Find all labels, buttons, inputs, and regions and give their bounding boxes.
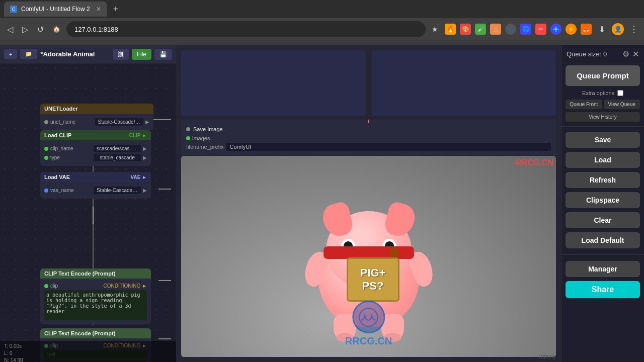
extension-icon-5[interactable]: 🐾 <box>505 24 516 35</box>
reload-button[interactable]: ↺ <box>34 23 47 36</box>
node-load-clip: Load CLIP CLIP ► clip_name scascade/scas… <box>40 130 151 166</box>
image-button[interactable]: 🖼 <box>113 49 129 60</box>
extension-icon-8[interactable]: 💠 <box>550 24 561 35</box>
save-prefix-value: ComfyUI <box>226 143 551 151</box>
node-clip-dot1 <box>44 147 48 151</box>
scarf-button <box>389 248 399 258</box>
queue-size-label: Queue size: 0 <box>567 50 607 58</box>
flow-title: *Adorable Animal <box>40 50 109 58</box>
new-flow-button[interactable]: + <box>4 49 17 59</box>
canvas-node-box-1 <box>181 50 366 116</box>
pig-foot-left <box>336 333 354 342</box>
node-cte2-title: CLIP Text Encode (Prompt) <box>44 330 115 336</box>
bookmark-icon[interactable]: ★ <box>429 23 441 35</box>
divider-1 <box>561 126 644 127</box>
extra-options-row: Extra options <box>561 88 644 98</box>
load-default-button[interactable]: Load Default <box>566 232 640 248</box>
save-image-node: Save Image images filename_prefix ComfyU… <box>181 123 556 155</box>
extension-icon-3[interactable]: 🖌 <box>475 24 486 35</box>
pig-foot-right <box>384 333 401 342</box>
pig-leg-right <box>381 314 404 342</box>
bottom-right-text: Udemy <box>538 353 556 359</box>
extra-options-checkbox[interactable] <box>617 90 623 96</box>
save-workflow-button[interactable]: Save <box>566 132 640 148</box>
node-unet-label: unet_name <box>50 119 93 125</box>
downloads-icon[interactable]: ⬇ <box>596 23 608 35</box>
extension-icon-4[interactable]: △ <box>490 24 501 35</box>
view-queue-button[interactable]: View Queue <box>604 100 640 109</box>
folder-button[interactable]: 📁 <box>20 49 37 59</box>
menu-icon[interactable]: ⋮ <box>628 23 640 35</box>
node-clip-title: Load CLIP <box>44 132 71 138</box>
node-clip-type-label: type <box>50 155 92 160</box>
node-clip-output-label: CLIP ► <box>129 133 147 138</box>
node-unet-value: Stable-Cascade/stage_c_safetensors <box>95 118 144 126</box>
extension-icon-10[interactable]: 🦊 <box>581 24 592 35</box>
profile-icon[interactable]: 👤 <box>612 23 624 35</box>
node-vae-arrow[interactable]: ▶ <box>143 188 147 193</box>
node-vae-name-value: Stable-Cascade/stage_a.safetensors <box>94 187 141 194</box>
node-cte1-clip-label: clip <box>50 283 75 289</box>
save-button[interactable]: 💾 <box>154 49 172 60</box>
clear-button[interactable]: Clear <box>566 212 640 228</box>
load-workflow-button[interactable]: Load <box>566 152 640 168</box>
close-icon[interactable]: ✕ <box>632 49 639 59</box>
clipspace-button[interactable]: Clipspace <box>566 192 640 208</box>
save-images-dot <box>186 136 190 140</box>
nav-bar: ◁ ▷ ↺ 🏠 ★ 🔥 🎨 🖌 △ 🐾 🌐 ✏ 💠 ⚡ 🦊 ⬇ 👤 ⋮ <box>0 18 644 40</box>
forward-button[interactable]: ▷ <box>19 23 31 36</box>
node-clip-text-encode-1: CLIP Text Encode (Prompt) clip CONDITION… <box>40 268 151 324</box>
canvas-node-box-2 <box>372 50 556 116</box>
tab-bar: C ComfyUI - Untitled Flow 2 ✕ + <box>0 0 644 18</box>
sign-line2: PS? <box>362 280 384 293</box>
new-tab-button[interactable]: + <box>109 2 123 17</box>
node-clip-dot2 <box>44 156 48 160</box>
extension-icon-2[interactable]: 🎨 <box>460 24 471 35</box>
node-clip-arrow[interactable]: ▶ <box>143 146 147 151</box>
node-vae-dot <box>44 189 48 193</box>
node-cte1-cond-label: CONDITIONING ► <box>103 283 147 289</box>
node-load-vae: Load VAE VAE ► vae_name Stable-Cascade/s… <box>40 172 151 199</box>
pig-scene: PIG+ PS? <box>181 156 556 357</box>
save-image-title: Save Image <box>193 126 223 132</box>
app-area: + 📁 *Adorable Animal 🖼 File 💾 <box>0 45 644 362</box>
view-history-button[interactable]: View History <box>566 112 640 122</box>
canvas-node-boxes <box>176 45 561 126</box>
settings-icon[interactable]: ⚙ <box>622 49 629 59</box>
address-bar[interactable] <box>66 21 426 37</box>
queue-header: Queue size: 0 ⚙ ✕ <box>561 45 644 63</box>
tab-close-icon[interactable]: ✕ <box>96 6 101 13</box>
extension-icon-7[interactable]: ✏ <box>535 24 546 35</box>
tab-favicon: C <box>10 6 17 13</box>
node-canvas[interactable]: UNETLoader unet_name Stable-Cascade/stag… <box>0 63 176 362</box>
extension-icon-1[interactable]: 🔥 <box>445 24 456 35</box>
save-image-dot <box>186 127 190 131</box>
status-time: T: 0.00s <box>4 343 172 350</box>
clip-text-area-1[interactable]: a beautiful anthropomorphic pig is holdi… <box>44 290 147 320</box>
node-arrow-right[interactable]: ▶ <box>145 119 149 125</box>
node-vae-output-label: VAE ► <box>131 174 147 180</box>
active-tab[interactable]: C ComfyUI - Untitled Flow 2 ✕ <box>4 2 107 17</box>
node-vae-name-label: vae_name <box>50 188 92 193</box>
queue-front-button[interactable]: Queue Front <box>566 100 602 109</box>
node-clip-name-value: scascade/scas-model.safetensors <box>94 145 141 152</box>
status-n: N: 14 [8] <box>4 357 172 362</box>
queue-icon-group: ⚙ ✕ <box>622 49 639 59</box>
refresh-button[interactable]: Refresh <box>566 172 640 188</box>
back-button[interactable]: ◁ <box>4 23 16 36</box>
extension-icon-6[interactable]: 🌐 <box>520 24 531 35</box>
extension-icon-9[interactable]: ⚡ <box>566 24 577 35</box>
pig-leg-left <box>334 314 356 342</box>
pig-body-container: PIG+ PS? <box>313 211 424 327</box>
browser-chrome: C ComfyUI - Untitled Flow 2 ✕ + ◁ ▷ ↺ 🏠 … <box>0 0 644 45</box>
home-button[interactable]: 🏠 <box>50 24 63 35</box>
file-button[interactable]: File <box>132 49 151 60</box>
manager-button[interactable]: Manager <box>566 261 640 277</box>
save-prefix-label: filename_prefix <box>186 144 224 150</box>
share-button[interactable]: Share <box>566 281 640 298</box>
node-cte1-clip-dot <box>44 284 48 288</box>
node-clip-type-value: stable_cascade <box>94 154 141 161</box>
queue-prompt-button[interactable]: Queue Prompt <box>566 65 640 86</box>
status-bar: T: 0.00s L: 0 N: 14 [8] V: 27 FPS:29.67 <box>0 341 176 362</box>
node-clip-type-arrow[interactable]: ▶ <box>143 155 147 160</box>
